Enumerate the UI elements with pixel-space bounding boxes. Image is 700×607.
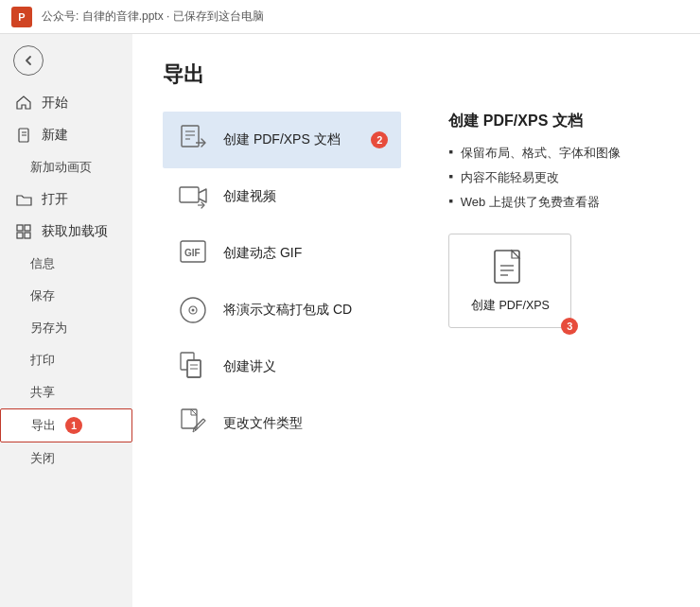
sidebar-item-start[interactable]: 开始 <box>0 87 132 119</box>
export-item-pdf-label: 创建 PDF/XPS 文档 <box>223 131 341 148</box>
sidebar-item-new-slide-label: 新加动画页 <box>30 159 92 176</box>
home-icon <box>15 95 32 112</box>
sidebar-item-export-label: 导出 <box>31 417 56 434</box>
export-item-cd[interactable]: 将演示文稿打包成 CD <box>163 282 401 338</box>
export-item-handout-label: 创建讲义 <box>223 358 276 375</box>
export-item-handout[interactable]: 创建讲义 <box>163 338 401 395</box>
sidebar-item-open-label: 打开 <box>42 191 68 208</box>
sidebar-export-badge: 1 <box>65 417 82 434</box>
bullet-3: Web 上提供了免费查看器 <box>448 194 651 211</box>
sidebar: 开始 新建 新加动画页 打开 <box>0 34 132 607</box>
pdf-card-icon <box>491 249 529 290</box>
export-pdf-badge: 2 <box>371 131 388 148</box>
svg-rect-6 <box>25 233 30 238</box>
export-item-pdf[interactable]: 创建 PDF/XPS 文档 2 <box>163 112 401 168</box>
pdf-icon <box>176 123 210 157</box>
sidebar-item-share-label: 共享 <box>30 384 55 401</box>
svg-rect-5 <box>17 233 23 238</box>
sidebar-item-new-slide[interactable]: 新加动画页 <box>0 151 132 183</box>
app-logo: P <box>11 7 32 27</box>
export-list: 创建 PDF/XPS 文档 2 创建视频 <box>163 112 401 452</box>
sidebar-item-addon-label: 获取加载项 <box>42 223 108 240</box>
new-doc-icon <box>15 127 32 144</box>
export-item-video-label: 创建视频 <box>223 188 276 205</box>
back-button[interactable] <box>13 45 44 76</box>
export-item-filetype[interactable]: 更改文件类型 <box>163 395 401 452</box>
sidebar-item-save-as-label: 另存为 <box>30 320 67 337</box>
bullet-1: 保留布局、格式、字体和图像 <box>448 145 651 162</box>
title-bar: P 公众号: 自律的音律.pptx · 已保存到这台电脑 <box>0 0 700 34</box>
right-panel: 创建 PDF/XPS 文档 保留布局、格式、字体和图像 内容不能轻易更改 Web… <box>429 112 670 452</box>
svg-rect-12 <box>180 187 199 202</box>
bullet-2: 内容不能轻易更改 <box>448 169 651 186</box>
svg-text:GIF: GIF <box>184 248 201 258</box>
svg-point-18 <box>192 309 195 312</box>
svg-rect-4 <box>25 225 30 231</box>
export-item-gif-label: 创建动态 GIF <box>223 245 302 262</box>
title-bar-text: 公众号: 自律的音律.pptx · 已保存到这台电脑 <box>42 9 264 25</box>
sidebar-item-start-label: 开始 <box>42 95 68 112</box>
sidebar-item-info[interactable]: 信息 <box>0 248 132 280</box>
cd-icon <box>176 293 210 327</box>
sidebar-item-print-label: 打印 <box>30 352 55 369</box>
sidebar-item-new-label: 新建 <box>42 127 68 144</box>
grid-icon <box>15 223 32 240</box>
app-layout: 开始 新建 新加动画页 打开 <box>0 34 700 607</box>
video-icon <box>176 180 210 214</box>
export-item-gif[interactable]: GIF 创建动态 GIF <box>163 225 401 282</box>
content-area: 创建 PDF/XPS 文档 2 创建视频 <box>163 112 670 452</box>
export-item-cd-label: 将演示文稿打包成 CD <box>223 302 352 319</box>
page-title: 导出 <box>163 61 670 89</box>
main-content: 导出 <box>132 34 700 607</box>
right-panel-bullets: 保留布局、格式、字体和图像 内容不能轻易更改 Web 上提供了免费查看器 <box>448 145 651 211</box>
svg-rect-3 <box>17 225 23 231</box>
sidebar-item-addon[interactable]: 获取加载项 <box>0 216 132 248</box>
sidebar-item-share[interactable]: 共享 <box>0 376 132 408</box>
pdf-card-label: 创建 PDF/XPS <box>471 298 550 314</box>
sidebar-item-new[interactable]: 新建 <box>0 119 132 151</box>
gif-icon: GIF <box>176 236 210 270</box>
sidebar-item-save-as[interactable]: 另存为 <box>0 312 132 344</box>
pdf-card-badge: 3 <box>561 318 578 335</box>
sidebar-item-close[interactable]: 关闭 <box>0 442 132 475</box>
sidebar-item-export[interactable]: 导出 1 <box>0 408 132 442</box>
export-item-video[interactable]: 创建视频 <box>163 168 401 225</box>
sidebar-item-info-label: 信息 <box>30 255 55 272</box>
folder-icon <box>15 191 32 208</box>
sidebar-item-print[interactable]: 打印 <box>0 344 132 376</box>
handout-icon <box>176 350 210 384</box>
sidebar-item-save[interactable]: 保存 <box>0 280 132 312</box>
sidebar-item-open[interactable]: 打开 <box>0 183 132 216</box>
create-pdf-card[interactable]: 创建 PDF/XPS 3 <box>448 234 571 328</box>
export-item-filetype-label: 更改文件类型 <box>223 415 303 432</box>
right-panel-title: 创建 PDF/XPS 文档 <box>448 112 651 131</box>
sidebar-item-save-label: 保存 <box>30 287 55 304</box>
sidebar-item-close-label: 关闭 <box>30 450 55 467</box>
filetype-icon <box>176 407 210 441</box>
